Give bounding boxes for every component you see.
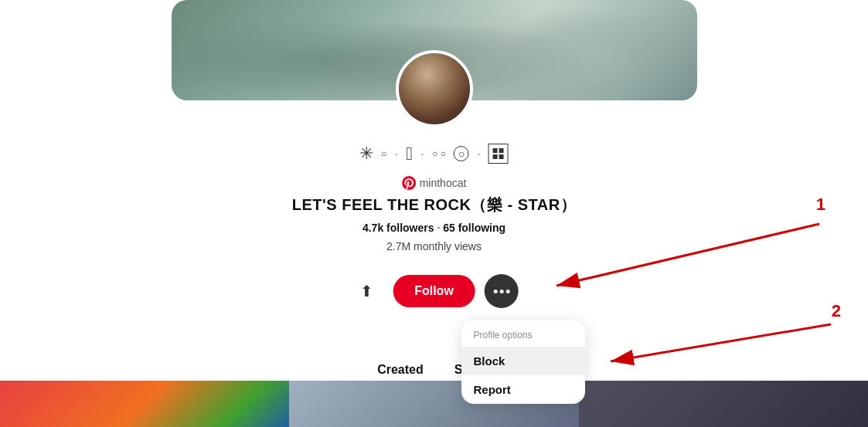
- separator-1: ·: [394, 146, 398, 162]
- more-options-button[interactable]: [485, 274, 519, 308]
- svg-line-2: [557, 224, 819, 286]
- social-icons-bar: ✳ ○ · 𓆢 · ○ ○ ○ ·: [359, 143, 509, 164]
- profile-title: LET'S FEEL THE ROCK（樂 - STAR）: [292, 195, 576, 215]
- content-thumbnails: [0, 381, 868, 427]
- thumbnail-3: [579, 381, 868, 427]
- avatar-image: [399, 53, 470, 124]
- stats-row: 4.7k followers · 65 following: [363, 222, 505, 234]
- dropdown-header: Profile options: [461, 320, 585, 347]
- block-option[interactable]: Block: [461, 347, 585, 375]
- sparkle-icon: ✳: [359, 144, 373, 164]
- monthly-views: 2.7M monthly views: [386, 240, 482, 252]
- butterfly-icon: 𓆢: [406, 143, 413, 164]
- profile-options-dropdown: Profile options Block Report: [461, 320, 585, 404]
- share-icon: ⬆: [360, 282, 373, 300]
- following-count: 65 following: [443, 222, 505, 234]
- stats-separator: ·: [434, 222, 444, 234]
- svg-line-3: [611, 324, 831, 361]
- circle-icon-2: ○: [454, 146, 469, 161]
- report-option[interactable]: Report: [461, 375, 585, 404]
- annotation-label-1: 1: [816, 195, 825, 215]
- avatar: [396, 50, 473, 127]
- circle-icon-1: ○: [381, 148, 386, 159]
- thumbnail-1: [0, 381, 289, 427]
- dots-icon: ○ ○: [432, 148, 446, 159]
- separator-2: ·: [420, 146, 424, 162]
- followers-count: 4.7k followers: [363, 222, 434, 234]
- separator-3: ·: [477, 146, 481, 162]
- action-buttons: ⬆ Follow: [349, 274, 519, 308]
- username-text: minthocat: [420, 177, 467, 189]
- annotation-label-2: 2: [832, 301, 841, 321]
- grid-icon: [488, 144, 509, 164]
- more-icon: [493, 290, 509, 293]
- username-row: minthocat: [402, 176, 467, 190]
- share-button[interactable]: ⬆: [349, 274, 383, 308]
- follow-button[interactable]: Follow: [393, 275, 475, 307]
- pinterest-logo: [402, 176, 416, 190]
